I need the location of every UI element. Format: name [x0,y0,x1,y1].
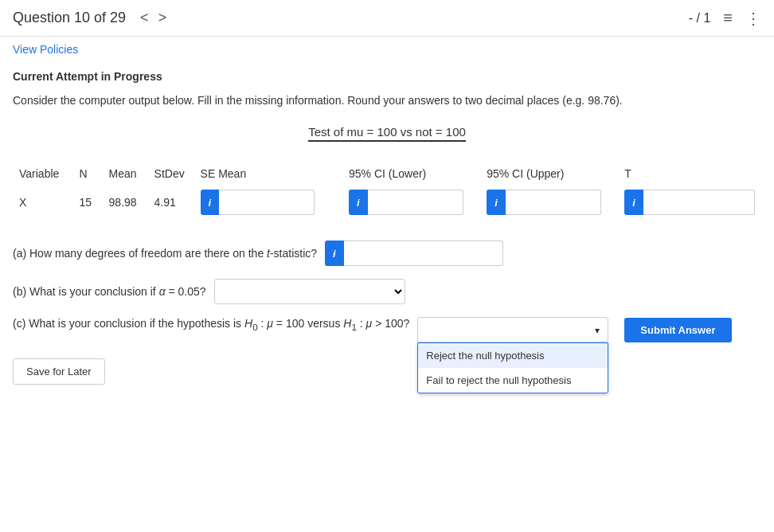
col-header-n: N [72,164,102,186]
save-for-later-button[interactable]: Save for Later [13,358,105,385]
t-input[interactable] [643,190,755,215]
score-label: - / 1 [689,11,711,25]
ci-lower-input[interactable] [368,190,463,215]
part-c-option-fail[interactable]: Fail to reject the null hypothesis [418,368,608,393]
col-header-variable: Variable [13,164,72,186]
list-icon[interactable]: ≡ [723,9,733,27]
test-title-container: Test of mu = 100 vs not = 100 [13,125,761,142]
col-header-mean: Mean [103,164,148,186]
part-a-label: (a) How many degrees of freedom are ther… [13,247,317,260]
part-b-label: (b) What is your conclusion if α = 0.05? [13,285,206,298]
more-options-icon[interactable]: ⋮ [745,9,761,28]
header: Question 10 of 29 < > - / 1 ≡ ⋮ [0,0,774,37]
ci-lower-info-button[interactable]: i [349,190,368,215]
part-b-row: (b) What is your conclusion if α = 0.05?… [13,279,761,304]
question-label: Question 10 of 29 [13,10,126,26]
ci-upper-input-group: i [487,190,612,215]
col-header-stdev: StDev [148,164,194,186]
col-header-t: T [618,164,761,186]
cell-ci-upper: i [480,186,618,218]
semean-input[interactable] [219,190,315,215]
cell-stdev: 4.91 [148,186,194,218]
cell-n: 15 [72,186,102,218]
part-b-dropdown[interactable]: Reject the null hypothesis Fail to rejec… [214,279,405,304]
col-header-semean: SE Mean [194,164,342,186]
test-title: Test of mu = 100 vs not = 100 [308,125,466,142]
prev-button[interactable]: < [135,8,154,28]
part-c-option-reject[interactable]: Reject the null hypothesis [418,343,608,368]
part-a-row: (a) How many degrees of freedom are ther… [13,241,761,266]
part-c-row: (c) What is your conclusion if the hypot… [13,317,761,342]
semean-info-button[interactable]: i [201,190,220,215]
parts-section: (a) How many degrees of freedom are ther… [13,241,761,342]
submit-answer-button[interactable]: Submit Answer [624,318,731,342]
part-c-dropdown-open: Reject the null hypothesis Fail to rejec… [417,342,608,393]
col-header-ci-lower: 95% CI (Lower) [342,164,480,186]
main-content: Current Attempt in Progress Consider the… [0,62,774,401]
part-c-dropdown-trigger[interactable] [417,317,608,342]
col-header-ci-upper: 95% CI (Upper) [480,164,618,186]
ci-upper-input[interactable] [506,190,601,215]
cell-ci-lower: i [342,186,480,218]
ci-lower-input-group: i [349,190,474,215]
next-button[interactable]: > [154,8,172,28]
t-input-group: i [624,190,755,215]
dof-input[interactable] [344,241,503,266]
data-table: Variable N Mean StDev SE Mean 95% CI (Lo… [13,164,761,218]
question-text: Consider the computer output below. Fill… [13,92,761,109]
part-c-dropdown-container: Reject the null hypothesis Fail to rejec… [417,317,608,342]
cell-mean: 98.98 [103,186,148,218]
attempt-label: Current Attempt in Progress [13,70,761,83]
part-c-chevron-icon [595,324,600,336]
header-right: - / 1 ≡ ⋮ [689,9,761,28]
cell-variable: X [13,186,72,218]
t-info-button[interactable]: i [624,190,643,215]
view-policies-link[interactable]: View Policies [0,37,91,62]
cell-t: i [618,186,761,218]
footer-row: Save for Later [13,358,761,385]
semean-input-group: i [201,190,336,215]
dof-info-button[interactable]: i [325,241,344,266]
table-row: X 15 98.98 4.91 i i [13,186,761,218]
cell-semean: i [194,186,342,218]
ci-upper-info-button[interactable]: i [487,190,506,215]
part-a-input-group: i [325,241,503,266]
part-c-label: (c) What is your conclusion if the hypot… [13,317,409,332]
